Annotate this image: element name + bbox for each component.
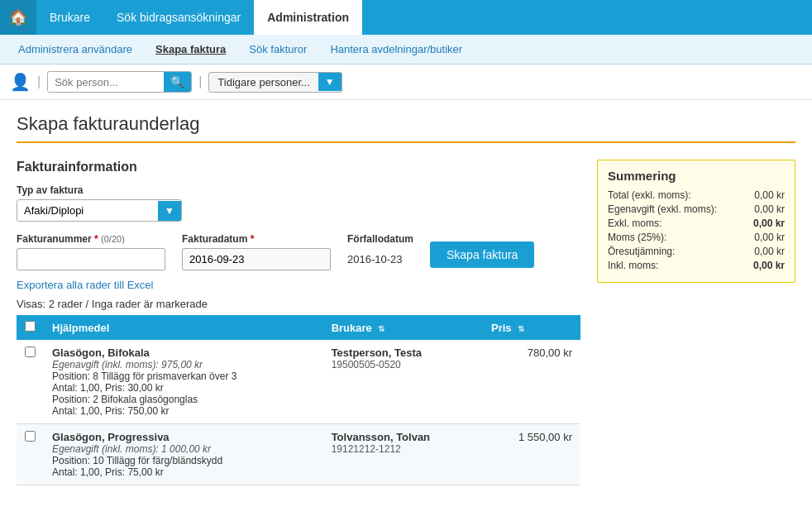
table-header-row: Hjälpmedel Brukare ⇅ Pris ⇅ [17,315,580,340]
search-input[interactable] [48,73,164,92]
select-all-checkbox[interactable] [25,321,36,332]
title-divider [17,141,795,143]
subnav-hantera[interactable]: Hantera avdelningar/butiker [320,38,472,60]
sum-value-3: 0,00 kr [754,232,785,243]
search-input-wrap: 🔍 [47,71,192,93]
typ-select-wrap: Afaki/Diplopi ▼ [17,199,182,222]
faktura-date-row: Fakturanummer * (0/20) Fakturadatum * Fö… [17,233,580,270]
sum-value-1: 0,00 kr [754,203,785,215]
row1-egenavgift: Egenavgift (inkl. moms): 975,00 kr [52,359,315,370]
row2-checkbox[interactable] [25,431,36,442]
typ-dropdown-icon[interactable]: ▼ [158,201,181,221]
row1-checkbox-cell [17,340,44,424]
sum-value-2: 0,00 kr [753,217,785,229]
person-icon: 👤 [10,72,31,92]
nav-brukare[interactable]: Brukare [36,0,103,35]
row1-pris-cell: 780,00 kr [483,340,580,424]
summering-title: Summering [608,169,785,183]
visas-info: Visas: 2 rader / Inga rader är markerade [17,298,580,310]
row2-pris-cell: 1 550,00 kr [483,424,580,485]
sum-row-5: Inkl. moms: 0,00 kr [608,260,785,271]
th-hjalpmedel: Hjälpmedel [44,315,323,340]
divider2: | [198,74,202,89]
forfallodatum-label: Förfallodatum [347,233,413,245]
search-bar: 👤 | 🔍 | Tidigare personer... ▼ [0,65,812,100]
row1-checkbox[interactable] [25,347,36,357]
two-col-layout: Fakturainformation Typ av faktura Afaki/… [17,160,795,485]
sum-row-0: Total (exkl. moms): 0,00 kr [608,189,785,201]
top-nav: 🏠 Brukare Sök bidragsansökningar Adminis… [0,0,812,35]
sum-row-4: Öresutjämning: 0,00 kr [608,246,785,257]
sum-row-2: Exkl. moms: 0,00 kr [608,217,785,229]
typ-select[interactable]: Afaki/Diplopi [17,200,158,221]
th-checkbox [17,315,44,340]
nav-sok-bidrag[interactable]: Sök bidragsansökningar [103,0,254,35]
fakturanummer-count: (0/20) [101,234,125,244]
sum-label-5: Inkl. moms: [608,260,658,271]
summering-box: Summering Total (exkl. moms): 0,00 kr Eg… [597,160,795,283]
fakturadatum-input[interactable] [182,248,331,270]
sum-value-0: 0,00 kr [754,189,785,201]
sum-label-4: Öresutjämning: [608,246,675,257]
earlier-persons-label: Tidigare personer... [209,73,318,92]
row1-brukare-id: 19500505-0520 [332,359,475,370]
row1-detail0: Position: 8 Tillägg för prismaverkan öve… [52,370,315,382]
table-head: Hjälpmedel Brukare ⇅ Pris ⇅ [17,315,580,340]
forfallodatum-value: 2016-10-23 [347,248,413,265]
sub-nav: Administrera användare Skapa faktura Sök… [0,35,812,65]
page-title: Skapa fakturaunderlag [17,113,795,135]
table-body: Glasögon, Bifokala Egenavgift (inkl. mom… [17,340,580,485]
brukare-sort-icon: ⇅ [378,324,385,333]
row2-pris: 1 550,00 kr [491,431,572,443]
sum-row-1: Egenavgift (exkl. moms): 0,00 kr [608,203,785,215]
row1-detail1: Antal: 1,00, Pris: 30,00 kr [52,382,315,394]
earlier-persons-button[interactable]: Tidigare personer... ▼ [208,72,342,93]
nav-administration[interactable]: Administration [254,0,362,35]
row1-detail2: Position: 2 Bifokala glasögonglas [52,394,315,405]
fakturanummer-req: * [94,233,98,245]
typ-av-faktura-group: Typ av faktura Afaki/Diplopi ▼ [17,184,580,222]
row2-detail1: Antal: 1,00, Pris: 75,00 kr [52,466,315,478]
pris-sort-icon: ⇅ [518,324,524,333]
sum-label-3: Moms (25%): [608,232,666,243]
skapa-faktura-button[interactable]: Skapa faktura [430,241,534,268]
row2-hjalpmedel-cell: Glasögon, Progressiva Egenavgift (inkl. … [44,424,323,485]
fakturanummer-label: Fakturanummer * (0/20) [17,233,165,245]
export-excel-link[interactable]: Exportera alla rader till Excel [17,279,153,291]
search-button[interactable]: 🔍 [164,72,191,92]
subnav-administrera[interactable]: Administrera användare [8,38,142,60]
row2-detail0: Position: 10 Tillägg för färg/bländskydd [52,455,315,466]
table-row: Glasögon, Bifokala Egenavgift (inkl. mom… [17,340,580,424]
fakturadatum-req: * [251,233,255,245]
th-pris[interactable]: Pris ⇅ [483,315,580,340]
summering-section: Summering Total (exkl. moms): 0,00 kr Eg… [597,160,795,485]
fakturadatum-field: Fakturadatum * [182,233,331,270]
row2-brukare-id: 19121212-1212 [332,443,475,455]
sum-label-2: Exkl. moms: [608,217,662,229]
sum-value-5: 0,00 kr [753,260,785,271]
main-content: Skapa fakturaunderlag Fakturainformation… [0,100,812,499]
table-row: Glasögon, Progressiva Egenavgift (inkl. … [17,424,580,485]
faktura-section-title: Fakturainformation [17,160,580,174]
fakturanummer-field: Fakturanummer * (0/20) [17,233,165,270]
divider: | [37,74,41,89]
row1-brukare-name: Testperson, Testa [332,347,475,359]
fakturadatum-label: Fakturadatum * [182,233,331,245]
sum-label-0: Total (exkl. moms): [608,189,691,201]
dropdown-arrow-icon: ▼ [318,73,342,91]
hjalpmedel-table: Hjälpmedel Brukare ⇅ Pris ⇅ [17,315,580,485]
sum-label-1: Egenavgift (exkl. moms): [608,203,717,215]
row1-brukare-cell: Testperson, Testa 19500505-0520 [323,340,483,424]
forfallodatum-field: Förfallodatum 2016-10-23 [347,233,413,265]
row2-brukare-name: Tolvansson, Tolvan [332,431,475,443]
home-button[interactable]: 🏠 [0,0,36,35]
faktura-info-section: Fakturainformation Typ av faktura Afaki/… [17,160,580,485]
row1-detail3: Antal: 1,00, Pris: 750,00 kr [52,405,315,417]
subnav-skapa[interactable]: Skapa faktura [146,38,236,60]
fakturanummer-input[interactable] [17,248,165,270]
th-brukare[interactable]: Brukare ⇅ [323,315,483,340]
row1-pris: 780,00 kr [491,347,572,359]
row1-hjalpmedel-name: Glasögon, Bifokala [52,347,315,359]
row2-hjalpmedel-name: Glasögon, Progressiva [52,431,315,443]
subnav-sokfakturor[interactable]: Sök fakturor [239,38,317,60]
